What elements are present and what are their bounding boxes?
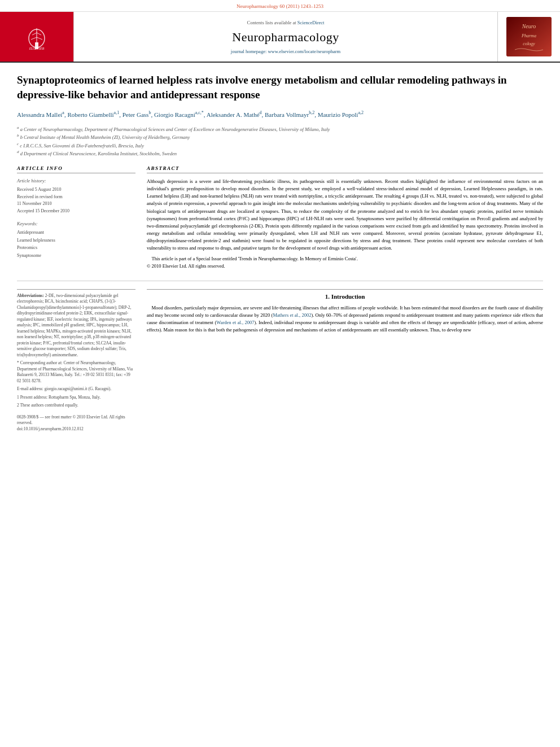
elsevier-logo-block: ELSEVIER [0,12,73,62]
right-column: ABSTRACT Although depression is a severe… [147,165,543,273]
introduction-title: 1. Introduction [147,293,543,300]
author-mathe: Aleksander A. Mathé [207,111,260,118]
svg-text:ELSEVIER: ELSEVIER [29,47,45,50]
keyword-antidepressant: Antidepressant [17,229,135,237]
affiliation-b: b b Central Institute of Mental Health M… [17,133,543,141]
sciencedirect-line: Contents lists available at ScienceDirec… [247,20,325,25]
footnote-2: 2 These authors contributed equally. [17,403,135,409]
corresponding-author-note: * Corresponding author at: Center of Neu… [17,360,135,384]
article-history-label: Article history: [17,178,135,184]
affiliation-d: d d Department of Clinical Neuroscience,… [17,149,543,158]
keywords-list: Antidepressant Learned helplessness Prot… [17,229,135,259]
introduction-column: 1. Introduction Mood disorders, particul… [147,289,543,433]
left-column: Article Info Article history: Received 5… [17,165,135,273]
author-vollmayr: Barbara Vollmayr [265,111,309,118]
authors-line: Alessandra Malleia, Roberto Giambellia,1… [17,110,543,120]
svg-text:Neuro: Neuro [522,23,536,29]
abbreviations-label: Abbreviations: [17,293,44,298]
email-text: E-mail address: giorgio.racagni@unimi.it… [17,386,111,391]
keyword-learned-helplessness: Learned helplessness [17,237,135,244]
contents-list-text: Contents lists available at [247,20,296,25]
affiliation-c: c c I.R.C.C.S, San Giovanni di Dio-Fateb… [17,141,543,150]
corresponding-author-text: * Corresponding author at: Center of Neu… [17,360,133,383]
keyword-synaptosome: Synaptosome [17,252,135,260]
received-revised-label: Received in revised form [17,194,135,201]
journal-title: Neuropharmacology [232,30,339,45]
author-racagni: Giorgio Racagni [154,111,195,118]
article-page: Neuropharmacology 60 (2011) 1243–1253 EL… [0,0,560,747]
journal-ref-text: Neuropharmacology 60 (2011) 1243–1253 [237,3,323,9]
introduction-paragraph-1: Mood disorders, particularly major depre… [147,304,543,334]
email-note: E-mail address: giorgio.racagni@unimi.it… [17,386,135,392]
abstract-paragraph-1: Although depression is a severe and life… [147,178,543,252]
keywords-label: Keywords: [17,221,135,226]
svg-text:Pharma: Pharma [521,33,536,38]
section-divider [17,281,543,281]
footnote-1: 1 Present address: Rottapharm Spa, Monza… [17,395,135,401]
introduction-text-block: Mood disorders, particularly major depre… [147,304,543,334]
footnotes-column: Abbreviations: 2-DE, two-dimensional pol… [17,289,135,433]
article-title: Synaptoproteomics of learned helpless ra… [17,73,543,102]
svg-line-4 [37,33,41,35]
abstract-special-issue: This article is part of a Special Issue … [152,256,358,261]
issn-line: 0028-3908/$ — see front matter © 2010 El… [17,414,135,433]
abstract-copyright: © 2010 Elsevier Ltd. All rights reserved… [147,263,225,269]
doi-text: doi:10.1016/j.neuropharm.2010.12.012 [17,426,135,433]
bottom-section: Abbreviations: 2-DE, two-dimensional pol… [17,289,543,433]
author-mallei: Alessandra Mallei [17,111,62,118]
issn-text: 0028-3908/$ — see front matter © 2010 El… [17,414,135,426]
received-date: Received 5 August 2010 [17,186,135,194]
abstract-text-block: Although depression is a severe and life… [147,178,543,270]
journal-center-block: Contents lists available at ScienceDirec… [73,12,498,62]
neuro-logo-box: Neuro Pharma cology [506,17,552,56]
cite-mathers[interactable]: Mathers et al., 2002 [273,312,311,318]
authors-text: Alessandra Malleia, Roberto Giambellia,1… [17,111,364,118]
article-content: Synaptoproteomics of learned helpless ra… [0,63,560,441]
sciencedirect-link[interactable]: ScienceDirect [298,20,325,25]
abbreviations-text: 2-DE, two-dimensional polyacrylamide gel… [17,293,132,357]
elsevier-logo-icon: ELSEVIER [20,23,54,51]
author-giambelli: Roberto Giambelli [67,111,113,118]
section-number: 1. [325,293,330,300]
svg-line-5 [31,37,37,40]
neuropharmacology-logo-block: Neuro Pharma cology [498,12,560,62]
svg-line-6 [37,37,42,40]
accepted-date: Accepted 15 December 2010 [17,208,135,215]
revised-date: 11 November 2010 [17,200,135,208]
section-title: Introduction [331,293,365,300]
author-popoli: Maurizio Popoli [318,111,358,118]
affiliation-a: a a Center of Neuropharmacology, Departm… [17,125,543,133]
journal-reference-bar: Neuropharmacology 60 (2011) 1243–1253 [0,0,560,12]
journal-homepage: journal homepage: www.elsevier.com/locat… [231,49,340,54]
author-gass: Peter Gass [123,111,149,118]
article-info-header: Article Info [17,165,135,173]
abbreviations-block: Abbreviations: 2-DE, two-dimensional pol… [17,293,135,359]
two-column-layout: Article Info Article history: Received 5… [17,165,543,273]
homepage-link[interactable]: journal homepage: www.elsevier.com/locat… [231,49,340,54]
svg-text:cology: cology [523,41,535,46]
abstract-header: ABSTRACT [147,165,543,173]
cite-warden[interactable]: Warden et al., 2007 [216,320,254,325]
svg-line-3 [32,33,37,35]
neuro-logo-svg: Neuro Pharma cology [506,17,552,56]
affiliations-block: a a Center of Neuropharmacology, Departm… [17,125,543,158]
keyword-proteomics: Proteomics [17,244,135,252]
journal-header: ELSEVIER Contents lists available at Sci… [0,12,560,63]
abstract-paragraph-2: This article is part of a Special Issue … [147,255,543,270]
